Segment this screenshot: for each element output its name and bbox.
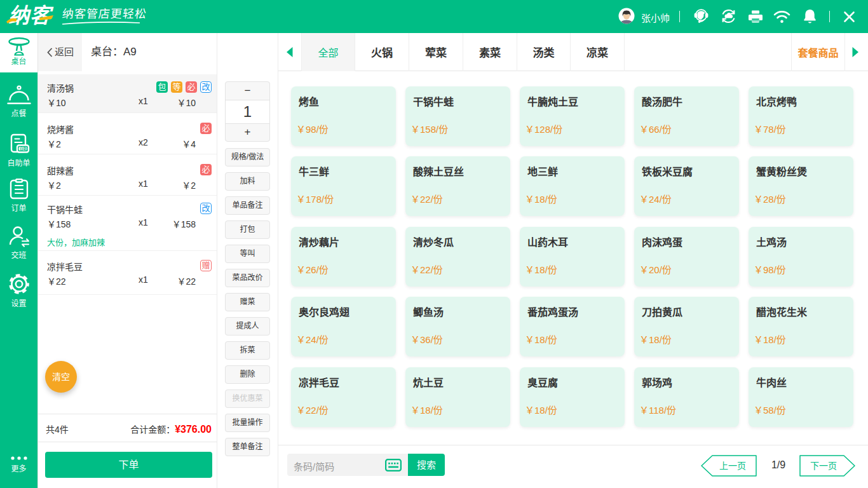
svg-text:上一页: 上一页 xyxy=(719,461,746,471)
svg-text:下一页: 下一页 xyxy=(810,461,837,471)
svg-text:自助: 自助 xyxy=(20,146,27,151)
